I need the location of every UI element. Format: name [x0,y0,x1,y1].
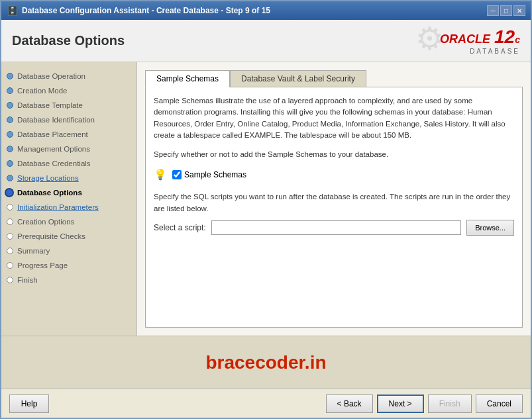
sidebar-label-database-options: Database Options [17,189,82,197]
oracle-logo: ORACLE 12c DATABASE [440,26,520,55]
browse-button[interactable]: Browse... [466,220,514,236]
sidebar-item-database-placement: Database Placement [1,127,136,142]
tab-database-vault[interactable]: Database Vault & Label Security [230,70,366,87]
select-script-label: Select a script: [154,223,206,232]
bottom-area: bracecoder.in [1,336,531,389]
script-section: Specify the SQL scripts you want to run … [154,191,514,236]
sample-schemas-checkbox-label[interactable]: Sample Schemas [172,170,246,179]
dot-database-options [5,188,14,197]
header-right: ⚙ ORACLE 12c DATABASE [440,26,520,55]
dot-database-identification [7,116,13,123]
tab-sample-schemas[interactable]: Sample Schemas [145,70,230,87]
sidebar-item-prerequisite-checks: Prerequisite Checks [1,229,136,244]
sidebar-item-progress-page: Progress Page [1,258,136,273]
header-title: Database Options [12,33,125,48]
sidebar-item-database-operation: Database Operation [1,69,136,83]
dot-database-placement [7,131,13,138]
dot-creation-options [7,218,13,225]
specify-text: Specify whether or not to add the Sample… [154,149,514,160]
main-window: 🗄️ Database Configuration Assistant - Cr… [0,0,532,419]
sample-schemas-checkbox[interactable] [172,170,182,179]
sidebar-label-storage-locations: Storage Locations [17,174,79,182]
sidebar-item-summary: Summary [1,244,136,258]
sidebar-label-database-placement: Database Placement [17,130,88,138]
header-area: Database Options ⚙ ORACLE 12c DATABASE [1,20,531,62]
minimize-button[interactable]: ─ [487,5,499,16]
sidebar-item-creation-options: Creation Options [1,214,136,229]
sidebar-item-management-options: Management Options [1,142,136,156]
dot-creation-mode [7,87,13,94]
title-bar-left: 🗄️ Database Configuration Assistant - Cr… [7,5,270,16]
title-bar: 🗄️ Database Configuration Assistant - Cr… [1,1,531,20]
sidebar-label-database-credentials: Database Credentials [17,160,91,167]
app-icon: 🗄️ [7,5,18,16]
dot-summary [7,248,13,254]
sidebar-item-database-template: Database Template [1,98,136,113]
window-title: Database Configuration Assistant - Creat… [22,6,270,15]
tab-content: Sample Schemas illustrate the use of a l… [145,87,523,328]
sidebar-label-management-options: Management Options [17,145,90,153]
close-button[interactable]: ✕ [513,5,525,16]
sidebar-label-creation-mode: Creation Mode [17,87,67,95]
footer-left: Help [9,395,49,413]
content-area: Database Operation Creation Mode Databas… [1,62,531,336]
sidebar-label-prerequisite-checks: Prerequisite Checks [17,232,85,240]
script-input[interactable] [211,220,461,235]
sidebar-label-creation-options: Creation Options [17,218,74,226]
checkbox-text: Sample Schemas [184,170,246,179]
sidebar-label-finish: Finish [17,276,38,284]
dot-progress-page [7,262,13,269]
dot-finish [7,277,13,283]
sample-schemas-row: 💡 Sample Schemas [154,168,514,181]
sidebar-label-database-operation: Database Operation [17,72,85,80]
dot-database-credentials [7,160,13,167]
version-suffix: c [515,34,520,45]
sidebar-item-creation-mode: Creation Mode [1,83,136,98]
watermark-text: bracecoder.in [205,352,326,373]
sidebar-item-storage-locations[interactable]: Storage Locations [1,171,136,185]
dot-database-operation [7,73,13,79]
dot-storage-locations [7,175,13,181]
maximize-button[interactable]: □ [500,5,512,16]
sidebar-item-finish: Finish [1,273,136,287]
sample-schemas-description: Sample Schemas illustrate the use of a l… [154,95,514,141]
sidebar-label-database-identification: Database Identification [17,116,95,124]
sidebar-item-database-credentials: Database Credentials [1,156,136,171]
oracle-sub: DATABASE [470,48,520,55]
sidebar-label-initialization-parameters: Initialization Parameters [17,203,99,211]
main-panel: Sample Schemas Database Vault & Label Se… [137,62,531,336]
version-number: 12 [494,26,515,48]
sidebar-item-database-options: Database Options [1,185,136,200]
window-controls: ─ □ ✕ [487,5,525,16]
info-icon: 💡 [154,168,167,181]
footer-right: < Back Next > Finish Cancel [326,395,523,413]
dot-management-options [7,146,13,152]
cancel-button[interactable]: Cancel [476,395,523,413]
sidebar-label-database-template: Database Template [17,101,83,109]
script-row: Select a script: Browse... [154,220,514,236]
sidebar: Database Operation Creation Mode Databas… [1,62,137,336]
dot-initialization-parameters [7,204,13,210]
oracle-brand: ORACLE [440,32,490,46]
oracle-logo-text: ORACLE 12c [440,26,520,48]
footer: Help < Back Next > Finish Cancel [1,389,531,418]
script-section-desc: Specify the SQL scripts you want to run … [154,191,514,214]
dot-database-template [7,102,13,109]
back-button[interactable]: < Back [326,395,373,413]
sidebar-label-summary: Summary [17,247,50,255]
finish-button[interactable]: Finish [428,395,472,413]
help-button[interactable]: Help [9,395,49,413]
sidebar-item-initialization-parameters[interactable]: Initialization Parameters [1,200,136,214]
tabs-container: Sample Schemas Database Vault & Label Se… [145,70,523,87]
sidebar-label-progress-page: Progress Page [17,261,68,269]
sidebar-item-database-identification: Database Identification [1,113,136,127]
next-button[interactable]: Next > [377,395,424,413]
gear-decoration: ⚙ [415,20,444,57]
dot-prerequisite-checks [7,233,13,240]
